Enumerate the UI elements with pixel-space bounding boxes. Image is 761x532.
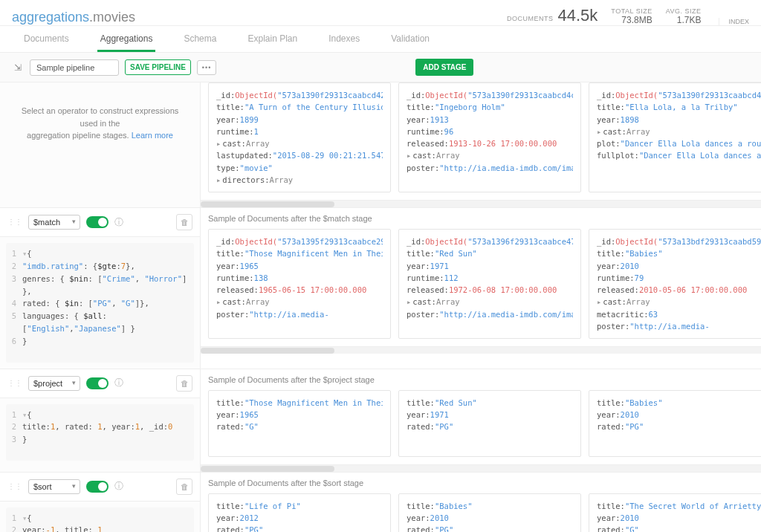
intro-hint: Select an operator to construct expressi…	[0, 82, 200, 164]
stage-cards: _id:ObjectId("573a1395f29313caabce2999")…	[201, 229, 761, 346]
document-card: title:"Babies"year:2010rated:"PG"	[398, 493, 581, 533]
breadcrumb: aggregations.movies	[12, 10, 135, 25]
db-name: aggregations	[12, 10, 89, 25]
sample-label: Sample of Documents after the $project s…	[201, 369, 761, 390]
stage-operator-select[interactable]: $match	[28, 215, 80, 230]
info-icon[interactable]: ⓘ	[114, 216, 123, 229]
info-icon[interactable]: ⓘ	[114, 377, 123, 389]
pipeline-toolbar: ⇲ Sample pipeline SAVE PIPELINE ••• ADD …	[0, 53, 761, 82]
document-card: title:"Babies"year:2010rated:"PG"	[589, 390, 761, 457]
stage-toggle[interactable]	[86, 377, 109, 389]
drag-handle-icon[interactable]: ⋮⋮	[7, 381, 22, 386]
sample-label: Sample of Documents after the $sort stag…	[201, 473, 761, 493]
pipeline-name-input[interactable]: Sample pipeline	[30, 59, 119, 76]
stage-editor[interactable]: 1▾{2 year:-1, title: 13}	[6, 507, 194, 533]
stage-cards: title:"Life of Pi"year:2012rated:"PG"tit…	[201, 493, 761, 533]
drag-handle-icon[interactable]: ⋮⋮	[7, 484, 22, 489]
document-card: title:"Red Sun"year:1971rated:"PG"	[398, 390, 581, 457]
delete-stage-button[interactable]: 🗑	[176, 214, 192, 230]
document-card: _id:ObjectId("573a1390f29313caabcd4cf1")…	[398, 82, 581, 192]
stage-row: ⋮⋮ $project ⓘ 🗑 1▾{2 title:1, rated: 1, …	[0, 369, 761, 473]
documents-label: DOCUMENTS	[507, 15, 554, 22]
avg-size-label: AVG. SIZE	[666, 7, 702, 15]
stage-row: ⋮⋮ $sort ⓘ 🗑 1▾{2 year:-1, title: 13} Sa…	[0, 473, 761, 533]
save-pipeline-button[interactable]: SAVE PIPELINE	[125, 59, 191, 75]
add-stage-button[interactable]: ADD STAGE	[415, 59, 473, 76]
stage-toggle[interactable]	[86, 216, 109, 228]
document-card: _id:ObjectId("573a13bdf29313caabd59987")…	[589, 229, 761, 339]
tab-bar: Documents Aggregations Schema Explain Pl…	[0, 26, 761, 53]
tab-validation[interactable]: Validation	[388, 26, 433, 52]
delete-stage-button[interactable]: 🗑	[176, 479, 192, 495]
tab-aggregations[interactable]: Aggregations	[97, 26, 156, 52]
avg-size-value: 1.7KB	[666, 15, 702, 25]
learn-more-link[interactable]: Learn more	[132, 131, 173, 140]
total-size-label: TOTAL SIZE	[611, 7, 652, 15]
info-icon[interactable]: ⓘ	[114, 480, 123, 493]
document-card: _id:ObjectId("573a1390f29313caabcd41f0")…	[589, 82, 761, 192]
tab-explain-plan[interactable]: Explain Plan	[245, 26, 300, 52]
scrollbar[interactable]	[201, 464, 761, 472]
document-card: title:"The Secret World of Arrietty"year…	[589, 493, 761, 533]
scrollbar[interactable]	[201, 200, 761, 207]
tab-documents[interactable]: Documents	[21, 26, 72, 52]
scrollbar[interactable]	[201, 346, 761, 354]
documents-value: 44.5k	[557, 6, 598, 25]
document-card: _id:ObjectId("573a1395f29313caabce2999")…	[208, 229, 391, 339]
document-card: title:"Those Magnificent Men in Their Fl…	[208, 390, 391, 457]
sample-label: Sample of Documents after the $match sta…	[201, 208, 761, 229]
intro-cards: _id:ObjectId("573a1390f29313caabcd421c")…	[201, 82, 761, 200]
stage-operator-select[interactable]: $project	[28, 376, 80, 391]
collection-stats: DOCUMENTS 44.5k TOTAL SIZE 73.8MB AVG. S…	[507, 6, 749, 25]
stage-editor[interactable]: 1▾{2 title:1, rated: 1, year:1, _id:03}	[6, 404, 194, 461]
stage-editor[interactable]: 1▾{2 "imdb.rating": {$gte:7},3 genres: {…	[6, 243, 194, 362]
tab-indexes[interactable]: Indexes	[326, 26, 363, 52]
document-card: _id:ObjectId("573a1390f29313caabcd421c")…	[208, 82, 391, 192]
stage-cards: title:"Those Magnificent Men in Their Fl…	[201, 390, 761, 464]
header-bar: aggregations.movies DOCUMENTS 44.5k TOTA…	[0, 0, 761, 26]
intro-row: Select an operator to construct expressi…	[0, 82, 761, 208]
stage-operator-select[interactable]: $sort	[28, 479, 80, 494]
total-size-value: 73.8MB	[611, 15, 652, 25]
delete-stage-button[interactable]: 🗑	[176, 375, 192, 392]
tab-schema[interactable]: Schema	[181, 26, 219, 52]
export-icon[interactable]: ⇲	[12, 62, 24, 74]
more-options-button[interactable]: •••	[197, 60, 216, 75]
stage-row: ⋮⋮ $match ⓘ 🗑 1▾{2 "imdb.rating": {$gte:…	[0, 208, 761, 369]
stage-toggle[interactable]	[86, 481, 109, 493]
collection-name: .movies	[89, 10, 135, 25]
document-card: _id:ObjectId("573a1396f29313caabce476b")…	[398, 229, 581, 339]
document-card: title:"Life of Pi"year:2012rated:"PG"	[208, 493, 391, 533]
drag-handle-icon[interactable]: ⋮⋮	[7, 220, 22, 224]
index-label: INDEX	[719, 18, 749, 25]
